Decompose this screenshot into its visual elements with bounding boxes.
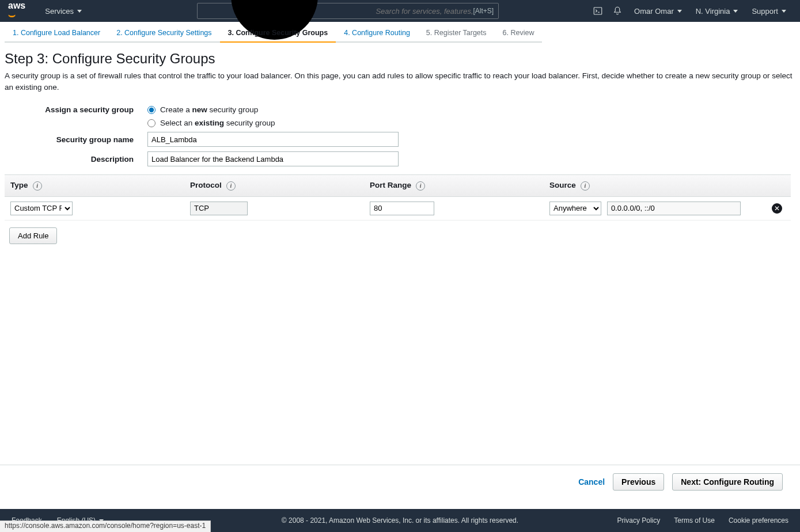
support-label: Support <box>752 7 778 16</box>
select-existing-row: Select an existing security group <box>5 119 795 127</box>
region-label: N. Virginia <box>696 7 730 16</box>
assign-sg-label: Assign a security group <box>5 105 147 114</box>
create-suffix: security group <box>207 105 259 114</box>
cloudshell-icon[interactable] <box>589 2 606 20</box>
page-title: Step 3: Configure Security Groups <box>5 51 795 67</box>
create-new-sg-input[interactable] <box>147 106 156 114</box>
rules-header-row: Typei Protocoli Port Rangei Sourcei <box>5 175 791 197</box>
sg-desc-row: Description <box>5 151 795 166</box>
sg-name-input[interactable] <box>147 132 399 147</box>
wizard-actions: Cancel Previous Next: Configure Routing <box>0 465 800 499</box>
page-content: Step 3: Configure Security Groups A secu… <box>0 43 800 244</box>
account-menu[interactable]: Omar Omar <box>628 7 688 16</box>
remove-rule-icon[interactable]: ✕ <box>772 203 782 214</box>
services-menu[interactable]: Services <box>39 7 88 16</box>
sg-name-label: Security group name <box>5 135 147 144</box>
account-label: Omar Omar <box>634 7 674 16</box>
next-button[interactable]: Next: Configure Routing <box>672 473 783 491</box>
create-new-sg-radio[interactable]: Create a new security group <box>147 105 258 114</box>
sg-desc-input[interactable] <box>147 151 399 166</box>
rule-protocol-readonly <box>190 202 248 215</box>
top-nav: aws ⌣ Services [Alt+S] Omar Omar N. Virg… <box>0 0 800 22</box>
info-icon[interactable]: i <box>226 181 236 191</box>
col-protocol: Protocoli <box>184 175 364 197</box>
rule-type-select[interactable]: Custom TCP Rule <box>10 202 73 215</box>
select-prefix: Select an <box>160 119 195 127</box>
info-icon[interactable]: i <box>33 181 42 191</box>
add-rule-button[interactable]: Add Rule <box>9 227 57 244</box>
col-type: Typei <box>5 175 184 197</box>
sg-name-row: Security group name <box>5 132 795 147</box>
svg-rect-2 <box>594 7 602 14</box>
col-port: Port Rangei <box>364 175 544 197</box>
col-source: Sourcei <box>544 175 763 197</box>
support-menu[interactable]: Support <box>746 7 792 16</box>
wizard-step-security-groups[interactable]: 3. Configure Security Groups <box>220 26 336 43</box>
search-input[interactable] <box>376 7 473 16</box>
status-bar-url: https://console.aws.amazon.com/console/h… <box>0 520 211 532</box>
region-menu[interactable]: N. Virginia <box>690 7 744 16</box>
info-icon[interactable]: i <box>416 181 425 191</box>
sg-desc-label: Description <box>5 155 147 164</box>
cookie-link[interactable]: Cookie preferences <box>729 516 788 525</box>
select-existing-sg-input[interactable] <box>147 119 156 127</box>
aws-logo-swoosh-icon: ⌣ <box>8 9 16 21</box>
chevron-down-icon <box>677 10 682 13</box>
rule-port-input[interactable] <box>370 202 434 215</box>
create-bold: new <box>192 105 207 114</box>
chevron-down-icon <box>782 10 786 13</box>
assign-sg-row: Assign a security group Create a new sec… <box>5 105 795 114</box>
terms-link[interactable]: Terms of Use <box>674 516 715 525</box>
info-icon[interactable]: i <box>581 181 590 191</box>
wizard-steps: 1. Configure Load Balancer 2. Configure … <box>0 22 800 43</box>
services-label: Services <box>45 7 74 16</box>
create-prefix: Create a <box>160 105 192 114</box>
page-description: A security group is a set of firewall ru… <box>5 70 795 93</box>
rule-source-cidr <box>607 202 741 215</box>
chevron-down-icon <box>733 10 738 13</box>
search-shortcut: [Alt+S] <box>473 7 494 15</box>
copyright: © 2008 - 2021, Amazon Web Services, Inc.… <box>282 516 518 525</box>
cancel-button[interactable]: Cancel <box>578 477 605 487</box>
select-suffix: security group <box>224 119 275 127</box>
table-row: Custom TCP Rule Anywhere ✕ <box>5 196 791 220</box>
wizard-step-review: 6. Review <box>495 26 543 43</box>
wizard-step-configure-routing[interactable]: 4. Configure Routing <box>336 26 418 43</box>
rule-source-select[interactable]: Anywhere <box>549 202 601 215</box>
global-search[interactable]: [Alt+S] <box>197 3 499 19</box>
aws-logo[interactable]: aws ⌣ <box>8 1 25 21</box>
previous-button[interactable]: Previous <box>613 473 664 491</box>
notifications-icon[interactable] <box>609 2 626 20</box>
wizard-step-security-settings[interactable]: 2. Configure Security Settings <box>108 26 219 43</box>
wizard-step-configure-lb[interactable]: 1. Configure Load Balancer <box>5 26 108 43</box>
search-icon <box>202 0 376 98</box>
select-existing-sg-radio[interactable]: Select an existing security group <box>147 119 275 127</box>
rules-table: Typei Protocoli Port Rangei Sourcei Cust… <box>5 174 791 221</box>
chevron-down-icon <box>77 10 82 13</box>
privacy-link[interactable]: Privacy Policy <box>617 516 661 525</box>
select-bold: existing <box>195 119 224 127</box>
wizard-step-register-targets: 5. Register Targets <box>418 26 495 43</box>
